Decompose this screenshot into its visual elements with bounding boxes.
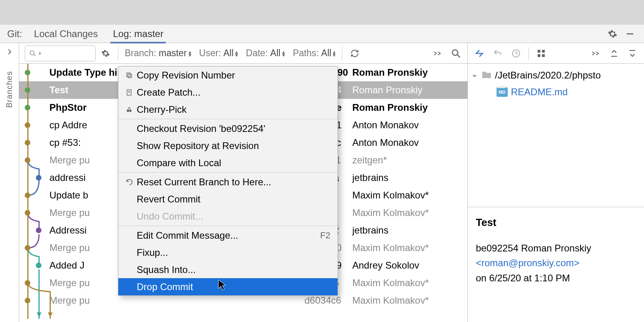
commit-dot bbox=[25, 157, 30, 163]
folder-icon bbox=[482, 70, 492, 81]
user-filter[interactable]: User: All ▴▾ bbox=[199, 48, 238, 59]
menu-copy-revision[interactable]: Copy Revision Number bbox=[118, 67, 338, 84]
svg-line-2 bbox=[33, 54, 35, 56]
search-input[interactable]: ▾ bbox=[25, 45, 96, 61]
commit-dot bbox=[25, 192, 30, 198]
commit-dot bbox=[25, 245, 30, 251]
tree-folder-row[interactable]: /JetBrains/2020.2/phpsto bbox=[472, 67, 640, 84]
commit-dot bbox=[25, 87, 30, 93]
menu-drop-commit[interactable]: Drop Commit bbox=[118, 278, 338, 295]
commit-author: Anton Monakov bbox=[352, 137, 467, 148]
group-icon[interactable] bbox=[535, 47, 547, 59]
file-name[interactable]: README.md bbox=[511, 86, 568, 98]
undo-icon[interactable] bbox=[492, 47, 504, 59]
updown-icon: ▴▾ bbox=[333, 50, 336, 57]
branch-filter-label: Branch: bbox=[125, 48, 156, 59]
menu-label: Undo Commit... bbox=[137, 211, 330, 222]
commit-author: Roman Pronskiy bbox=[352, 84, 467, 96]
cherry-icon bbox=[126, 106, 137, 113]
branch-filter[interactable]: Branch: master ▴▾ bbox=[125, 48, 191, 59]
window-top-bar bbox=[0, 0, 644, 25]
menu-reset-branch[interactable]: Reset Current Branch to Here... bbox=[118, 173, 338, 190]
commit-author: Roman Pronskiy bbox=[521, 243, 591, 253]
svg-rect-17 bbox=[542, 50, 545, 53]
commit-author: Maxim Kolmakov* bbox=[352, 277, 467, 289]
menu-fixup[interactable]: Fixup... bbox=[118, 244, 338, 261]
expand-all-icon[interactable] bbox=[608, 47, 620, 59]
commit-dot bbox=[25, 70, 30, 75]
refresh-icon[interactable] bbox=[349, 47, 361, 59]
commit-date-prefix: on bbox=[476, 273, 489, 283]
menu-label: Revert Commit bbox=[137, 194, 330, 205]
collapse-all-icon[interactable] bbox=[626, 47, 638, 59]
tab-local-changes[interactable]: Local Changes bbox=[34, 28, 98, 39]
commit-dot bbox=[25, 280, 30, 286]
commit-hash: d6034c6 bbox=[304, 295, 352, 306]
menu-label: Edit Commit Message... bbox=[137, 230, 320, 241]
menu-label: Cherry-Pick bbox=[137, 104, 330, 115]
user-filter-value: All bbox=[224, 48, 234, 59]
changed-files-tree[interactable]: /JetBrains/2020.2/phpsto MD README.md bbox=[468, 64, 644, 207]
commit-dot bbox=[36, 228, 41, 233]
navigate-icon[interactable] bbox=[473, 47, 485, 59]
commit-log[interactable]: Update Type hintimaster2 minutes agobd54… bbox=[19, 64, 467, 322]
tree-file-row[interactable]: MD README.md bbox=[472, 84, 640, 100]
menu-cherry-pick[interactable]: Cherry-Pick bbox=[118, 101, 338, 118]
chevron-down-icon bbox=[472, 70, 479, 81]
expand-branches-icon[interactable] bbox=[6, 49, 13, 57]
menu-edit-commit-message[interactable]: Edit Commit Message... F2 bbox=[118, 227, 338, 244]
date-filter-label: Date: bbox=[246, 48, 268, 59]
commit-author: Maxim Kolmakov* bbox=[352, 207, 467, 218]
menu-squash-into[interactable]: Squash Into... bbox=[118, 261, 338, 278]
branches-rail: Branches bbox=[0, 43, 19, 322]
folder-path: /JetBrains/2020.2/phpsto bbox=[495, 70, 601, 81]
svg-rect-18 bbox=[538, 54, 540, 57]
menu-compare-local[interactable]: Compare with Local bbox=[118, 154, 338, 171]
commit-author: Maxim Kolmakov* bbox=[352, 242, 467, 253]
commit-author: Andrey Sokolov bbox=[352, 260, 467, 271]
menu-label: Checkout Revision 'be092254' bbox=[137, 123, 330, 134]
commit-author: jetbrains bbox=[352, 172, 467, 183]
commit-dot bbox=[25, 122, 30, 128]
commit-author: Maxim Kolmakov* bbox=[352, 190, 467, 201]
markdown-file-icon: MD bbox=[497, 87, 508, 97]
paths-filter-value: All bbox=[321, 48, 332, 59]
paths-filter-label: Paths: bbox=[293, 48, 319, 59]
gear-icon[interactable] bbox=[607, 28, 618, 40]
paths-filter[interactable]: Paths: All ▴▾ bbox=[293, 48, 336, 59]
commit-dot bbox=[25, 105, 30, 110]
updown-icon: ▴▾ bbox=[188, 50, 191, 57]
minimize-icon[interactable] bbox=[624, 28, 636, 40]
find-icon[interactable] bbox=[450, 47, 462, 59]
commit-dot bbox=[25, 210, 30, 216]
patch-icon bbox=[126, 89, 137, 96]
commit-date: 6/25/20 at 1:10 PM bbox=[489, 273, 570, 283]
svg-point-1 bbox=[30, 51, 34, 55]
user-filter-label: User: bbox=[199, 48, 221, 59]
commit-author: jetbrains bbox=[352, 225, 467, 236]
menu-revert-commit[interactable]: Revert Commit bbox=[118, 190, 338, 208]
menu-checkout-revision[interactable]: Checkout Revision 'be092254' bbox=[118, 120, 338, 137]
menu-undo-commit: Undo Commit... bbox=[118, 208, 338, 225]
details-toolbar bbox=[468, 43, 644, 64]
menu-create-patch[interactable]: Create Patch... bbox=[118, 84, 338, 101]
updown-icon: ▴▾ bbox=[282, 50, 285, 57]
menu-label: Copy Revision Number bbox=[137, 70, 330, 81]
branch-filter-value: master bbox=[159, 48, 187, 59]
commit-details: Test be092254 Roman Pronskiy <roman@pron… bbox=[468, 207, 644, 293]
menu-label: Compare with Local bbox=[137, 157, 330, 169]
filter-settings-icon[interactable] bbox=[100, 47, 112, 59]
tab-log[interactable]: Log: master bbox=[113, 28, 163, 39]
menu-show-repo-at-revision[interactable]: Show Repository at Revision bbox=[118, 137, 338, 154]
commit-author: zeitgen* bbox=[352, 155, 467, 166]
date-filter[interactable]: Date: All ▴▾ bbox=[246, 48, 285, 59]
svg-rect-8 bbox=[128, 74, 132, 78]
commit-dot bbox=[25, 140, 30, 145]
commit-context-menu: Copy Revision Number Create Patch... Che… bbox=[118, 66, 338, 296]
history-icon[interactable] bbox=[510, 47, 522, 59]
svg-line-4 bbox=[457, 55, 460, 57]
commit-dot bbox=[36, 263, 41, 268]
more-icon[interactable] bbox=[432, 47, 444, 59]
more-icon[interactable] bbox=[590, 47, 602, 59]
commit-email[interactable]: <roman@pronskiy.com> bbox=[476, 257, 579, 268]
